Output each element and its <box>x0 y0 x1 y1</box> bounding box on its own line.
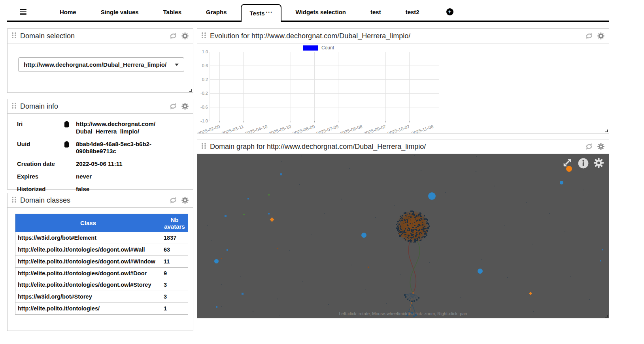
graph-cluster-dot <box>419 229 420 230</box>
tab-home[interactable]: Home <box>49 3 87 21</box>
gear-icon[interactable] <box>593 157 604 170</box>
tab-graphs[interactable]: Graphs <box>196 3 237 21</box>
drag-handle-icon[interactable] <box>11 102 17 111</box>
graph-cluster-dot <box>406 233 408 234</box>
drag-handle-icon[interactable] <box>11 196 17 205</box>
info-label: Uuid <box>17 141 64 156</box>
graph-help-text: Left-click: rotate, Mouse-wheel/middle-c… <box>197 311 609 316</box>
resize-handle[interactable] <box>605 315 608 318</box>
add-tab-button[interactable]: + <box>446 8 453 15</box>
drag-handle-icon[interactable] <box>201 143 207 151</box>
tab-test2[interactable]: test2 <box>395 3 430 21</box>
graph-cluster-dot <box>417 239 418 240</box>
graph-cluster-dot <box>406 216 406 216</box>
table-row: http:/​/​elite.polito.it/​ontologies/​do… <box>15 279 188 291</box>
info-value: false <box>76 186 161 193</box>
graph-cluster-dot <box>415 235 417 236</box>
graph-cluster-dot <box>425 236 426 237</box>
tab-test[interactable]: test <box>360 3 391 21</box>
info-label: Iri <box>17 120 64 135</box>
gear-icon[interactable] <box>181 102 189 110</box>
graph-node <box>494 186 495 187</box>
refresh-icon[interactable] <box>169 32 178 40</box>
info-row: Uuid8bab4de9-46a8-5ec3-b6b2-090b8be9713c <box>17 141 193 156</box>
graph-cluster-dot <box>412 213 414 215</box>
y-axis-tick-label: -0.2 <box>197 91 208 96</box>
graph-node <box>429 262 430 263</box>
graph-cluster-dot <box>412 224 414 226</box>
graph-node <box>247 198 249 199</box>
graph-node <box>289 250 291 251</box>
tab-widgets-selection[interactable]: Widgets selection <box>285 3 356 21</box>
refresh-icon[interactable] <box>169 196 178 205</box>
nav-tabs: HomeSingle valuesTablesGraphsTests···Wid… <box>45 3 430 21</box>
graph-cluster-dot <box>415 222 417 223</box>
graph-node <box>227 249 228 251</box>
refresh-icon[interactable] <box>169 102 178 111</box>
graph-cluster-dot <box>426 219 427 220</box>
legend-swatch-count <box>303 45 318 51</box>
info-icon[interactable] <box>578 158 589 170</box>
widget-header: Domain graph for http://www.dechorgnat.c… <box>197 139 609 154</box>
gear-icon[interactable] <box>181 32 189 40</box>
graph-cluster-dot <box>404 234 405 235</box>
chart-legend: Count <box>303 45 334 51</box>
tab-single-values[interactable]: Single values <box>91 3 149 21</box>
widget-header: Evolution for http://www.dechorgnat.com/… <box>197 29 609 43</box>
graph-node <box>277 299 278 300</box>
graph-cluster-dot <box>419 212 421 214</box>
hamburger-menu-icon[interactable] <box>20 3 26 21</box>
graph-cluster-dot <box>400 218 401 220</box>
graph-node <box>214 259 219 263</box>
x-gridline <box>433 52 433 121</box>
info-label: Expires <box>17 173 64 180</box>
x-axis-tick <box>314 121 315 122</box>
graph-node <box>312 234 313 235</box>
graph-node <box>221 258 222 259</box>
graph-node <box>368 267 369 268</box>
resize-handle[interactable] <box>605 130 608 132</box>
copy-to-clipboard-icon[interactable] <box>64 120 76 135</box>
graph-node <box>411 301 412 302</box>
graph-canvas[interactable]: Left-click: rotate, Mouse-wheel/middle-c… <box>197 154 609 318</box>
x-axis-tick <box>433 121 433 122</box>
tab-overflow-dots-icon[interactable]: ··· <box>266 9 273 15</box>
x-axis-tick <box>338 121 338 122</box>
info-row: Irihttp:/​/​www.dechorgnat.com/​Dubal_He… <box>17 120 193 135</box>
graph-cluster-dot <box>399 235 400 236</box>
resize-handle[interactable] <box>189 89 192 92</box>
domain-classes-table: ClassNb avatars https:/​/​w3id.org/​bot#… <box>15 214 188 315</box>
graph-cluster-dot <box>407 229 408 231</box>
table-row: http:/​/​elite.polito.it/​ontologies/​do… <box>15 267 188 279</box>
graph-node <box>281 161 282 162</box>
graph-cluster-dot <box>416 215 417 217</box>
x-axis-tick <box>267 121 267 122</box>
y-gridline <box>210 93 439 94</box>
tab-tests[interactable]: Tests··· <box>241 4 281 22</box>
graph-cluster-dot <box>406 234 406 235</box>
graph-cluster-dot <box>408 238 409 239</box>
graph-cluster-dot <box>422 236 423 237</box>
graph-node <box>280 173 282 175</box>
graph-cluster-dot <box>397 229 398 231</box>
nb-avatars-cell: 11 <box>161 256 188 267</box>
tab-tables[interactable]: Tables <box>153 3 192 21</box>
legend-label: Count <box>321 45 334 51</box>
gear-icon[interactable] <box>597 32 605 40</box>
refresh-icon[interactable] <box>585 142 593 151</box>
y-gridline <box>210 52 439 52</box>
info-label: Historized <box>17 186 64 193</box>
gear-icon[interactable] <box>597 143 605 150</box>
drag-handle-icon[interactable] <box>201 32 207 40</box>
gear-icon[interactable] <box>181 196 189 204</box>
domain-selection-widget: Domain selection http://www.dechorgnat.c… <box>7 28 193 93</box>
nb-avatars-cell: 63 <box>161 244 188 256</box>
domain-classes-widget: Domain classes ClassNb avatars https:/​/… <box>7 193 193 331</box>
copy-to-clipboard-icon[interactable] <box>64 141 76 156</box>
domain-dropdown[interactable]: http://www.dechorgnat.com/Dubal_Herrera_… <box>18 57 184 72</box>
info-label: Creation date <box>17 160 64 168</box>
drag-handle-icon[interactable] <box>11 32 17 40</box>
graph-cluster-dot <box>424 215 425 216</box>
refresh-icon[interactable] <box>585 32 593 40</box>
graph-cluster-dot <box>397 227 398 229</box>
